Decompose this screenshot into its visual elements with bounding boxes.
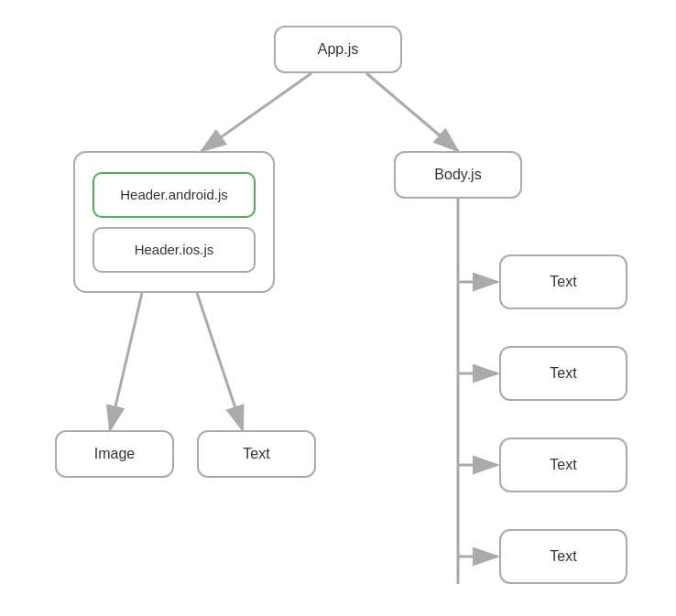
- svg-line-4: [197, 293, 243, 430]
- header-android-label: Header.android.js: [120, 187, 228, 202]
- text4-node: Text: [499, 529, 627, 584]
- text4-label: Text: [550, 548, 576, 565]
- text-header-node: Text: [197, 430, 316, 478]
- text2-node: Text: [499, 346, 627, 401]
- diagram: App.js Header.android.js Header.ios.js B…: [0, 0, 676, 616]
- svg-line-1: [202, 73, 311, 151]
- text3-label: Text: [550, 457, 576, 473]
- text2-label: Text: [550, 365, 576, 382]
- text-header-label: Text: [243, 446, 269, 462]
- image-label: Image: [94, 446, 135, 462]
- svg-line-2: [366, 73, 458, 151]
- text1-label: Text: [550, 274, 576, 290]
- image-node: Image: [55, 430, 174, 478]
- header-container-node: Header.android.js Header.ios.js: [73, 151, 275, 293]
- header-android-node: Header.android.js: [93, 172, 256, 218]
- header-ios-node: Header.ios.js: [93, 227, 256, 273]
- header-ios-label: Header.ios.js: [135, 242, 214, 257]
- bodyjs-label: Body.js: [434, 167, 481, 183]
- text3-node: Text: [499, 438, 627, 492]
- svg-line-3: [110, 293, 142, 430]
- appjs-node: App.js: [274, 26, 402, 73]
- appjs-label: App.js: [318, 41, 358, 58]
- text1-node: Text: [499, 254, 627, 309]
- bodyjs-node: Body.js: [394, 151, 522, 199]
